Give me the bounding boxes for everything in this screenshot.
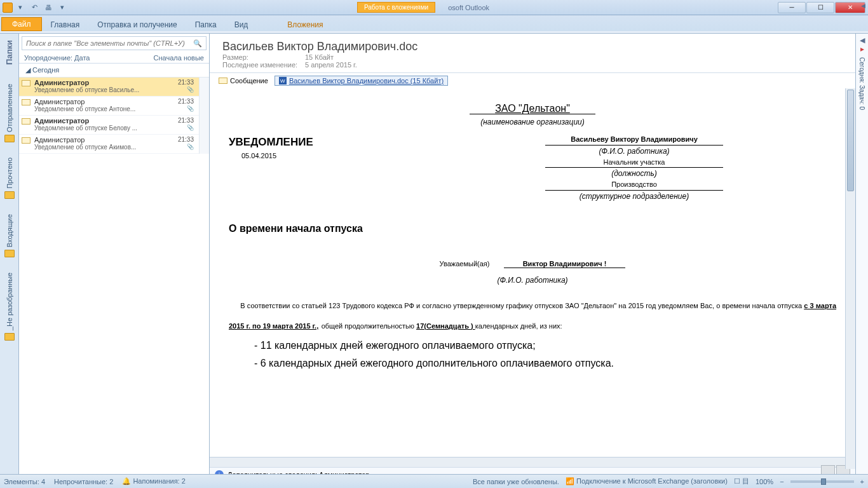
msg-time: 21:33 bbox=[178, 79, 194, 86]
attachment-context-tab: Работа с вложениями bbox=[357, 2, 435, 13]
doc-subject: О времени начала отпуска bbox=[229, 221, 836, 236]
folder-icon bbox=[4, 333, 15, 341]
zoom-value: 100% bbox=[756, 478, 773, 485]
folder-unsorted[interactable]: _Не разобранные bbox=[6, 273, 13, 330]
msg-subject: Уведомление об отпуске Василье... bbox=[34, 86, 161, 93]
outlook-icon bbox=[3, 3, 13, 13]
body-paragraph: В соответствии со статьей 123 Трудового … bbox=[229, 295, 836, 336]
envelope-icon bbox=[22, 118, 31, 125]
tab-send-receive[interactable]: Отправка и получение bbox=[88, 18, 186, 31]
tab-folder[interactable]: Папка bbox=[186, 18, 226, 31]
document-preview: ЗАО "Дельтаон" (наименование организации… bbox=[210, 88, 855, 457]
message-item[interactable]: АдминистраторУведомление об отпуске Васи… bbox=[19, 78, 199, 97]
msg-subject: Уведомление об отпуске Акимов... bbox=[34, 144, 161, 151]
folder-inbox[interactable]: Входящие bbox=[6, 214, 13, 247]
maximize-button[interactable]: ☐ bbox=[806, 2, 834, 13]
sort-order-label[interactable]: Сначала новые bbox=[154, 54, 204, 62]
recipient-dept: Производство bbox=[545, 179, 723, 191]
msg-from: Администратор bbox=[34, 117, 178, 125]
tab-view[interactable]: Вид bbox=[226, 18, 257, 31]
message-item[interactable]: АдминистраторУведомление об отпуске Бело… bbox=[19, 116, 199, 135]
msg-from: Администратор bbox=[34, 136, 178, 144]
search-icon[interactable]: 🔍 bbox=[193, 39, 202, 48]
message-button[interactable]: Сообщение bbox=[215, 76, 272, 85]
status-elements: Элементы: 4 bbox=[4, 478, 45, 485]
position-caption: (должность) bbox=[432, 168, 836, 179]
attachment-icon: 📎 bbox=[187, 125, 194, 131]
zoom-out-button[interactable]: − bbox=[780, 478, 783, 485]
recipient-position: Начальник участка bbox=[545, 157, 723, 168]
folder-sent[interactable]: Отправленные bbox=[6, 84, 13, 132]
greeting-caption: (Ф.И.О. работника) bbox=[229, 274, 836, 286]
horizontal-scrollbar[interactable] bbox=[210, 457, 855, 467]
envelope-icon bbox=[22, 137, 31, 144]
list-item-1: - 11 календарных дней ежегодного оплачив… bbox=[254, 338, 836, 353]
titlebar: ▾ ↶ 🖶 ▾ Работа с вложениями osoft Outloo… bbox=[0, 0, 868, 15]
msg-time: 21:33 bbox=[178, 98, 194, 105]
flag-icon: ▸ bbox=[860, 44, 864, 53]
status-folders: Все папки уже обновлены. bbox=[473, 478, 559, 485]
qat-undo-icon[interactable]: ↶ bbox=[28, 2, 41, 13]
zoom-in-button[interactable]: + bbox=[860, 478, 864, 485]
qat-print-icon[interactable]: 🖶 bbox=[42, 2, 55, 13]
attachment-title: Васильев Виктор Владимирович.doc bbox=[222, 40, 843, 53]
greeting-name: Виктор Владимирович ! bbox=[504, 260, 626, 268]
attachment-pill[interactable]: WВасильев Виктор Владимирович.doc (15 Кб… bbox=[275, 76, 448, 86]
msg-time: 21:33 bbox=[178, 136, 194, 143]
folder-pane-collapsed[interactable]: Папки Отправленные Прочтено Входящие _Не… bbox=[0, 34, 19, 482]
message-list-pane: ◀ 🔍 Упорядочение: Дата Сначала новые ◢ С… bbox=[19, 34, 210, 482]
ribbon-tabs: Файл Главная Отправка и получение Папка … bbox=[0, 15, 868, 31]
folder-icon bbox=[4, 250, 15, 257]
status-reminders[interactable]: 🔔 Напоминания: 2 bbox=[122, 477, 186, 485]
group-today[interactable]: ◢ Сегодня bbox=[19, 64, 209, 78]
collapse-arrow-icon[interactable]: ◀ bbox=[860, 36, 865, 44]
msg-from: Администратор bbox=[34, 79, 178, 86]
folder-read[interactable]: Прочтено bbox=[6, 158, 13, 189]
qat-save-icon[interactable]: ▾ bbox=[14, 2, 27, 13]
size-label: Размер: bbox=[222, 53, 305, 61]
zoom-slider[interactable] bbox=[790, 480, 854, 483]
recipient-caption: (Ф.И.О. работника) bbox=[432, 146, 836, 157]
message-item[interactable]: АдминистраторУведомление об отпуске Анто… bbox=[19, 97, 199, 116]
msg-from: Администратор bbox=[34, 98, 178, 105]
message-item[interactable]: АдминистраторУведомление об отпуске Аким… bbox=[19, 135, 199, 154]
window-title: osoft Outlook bbox=[448, 4, 489, 11]
flag-column bbox=[199, 78, 209, 154]
modified-label: Последнее изменение: bbox=[222, 61, 305, 69]
status-connection: 📶 Подключение к Microsoft Exchange (заго… bbox=[566, 477, 728, 485]
notice-date: 05.04.2015 bbox=[241, 151, 432, 161]
vertical-scrollbar[interactable] bbox=[845, 88, 855, 469]
reading-pane: Васильев Виктор Владимирович.doc Размер:… bbox=[210, 34, 855, 482]
minimize-button[interactable]: ─ bbox=[778, 2, 806, 13]
search-input[interactable] bbox=[26, 39, 193, 47]
qat-more-icon[interactable]: ▾ bbox=[56, 2, 69, 13]
folder-icon bbox=[4, 135, 15, 142]
folder-icon bbox=[4, 191, 15, 199]
tab-attachments[interactable]: Вложения bbox=[278, 18, 332, 31]
todo-bar-collapsed[interactable]: ◀ ▸ Сегодня: Задач: 0 bbox=[855, 34, 868, 482]
recipient-name: Васильеву Виктору Владимировичу bbox=[545, 134, 723, 146]
envelope-icon bbox=[219, 78, 227, 84]
msg-subject: Уведомление об отпуске Белову ... bbox=[34, 125, 161, 132]
status-bar: Элементы: 4 Непрочитанные: 2 🔔 Напоминан… bbox=[0, 474, 868, 488]
search-box[interactable]: 🔍 bbox=[22, 36, 207, 50]
envelope-icon bbox=[22, 99, 31, 105]
attachment-icon: 📎 bbox=[187, 144, 194, 150]
folder-pane-header: Папки bbox=[3, 36, 15, 69]
expand-arrow-icon[interactable]: ◀ bbox=[861, 3, 865, 9]
sort-by-label[interactable]: Упорядочение: Дата bbox=[24, 54, 154, 62]
org-name: ЗАО "Дельтаон" bbox=[470, 103, 595, 114]
file-tab[interactable]: Файл bbox=[1, 17, 42, 31]
view-toggle[interactable]: ☐ 目 bbox=[734, 477, 749, 486]
notice-heading: УВЕДОМЛЕНИЕ bbox=[229, 134, 432, 151]
msg-subject: Уведомление об отпуске Антоне... bbox=[34, 105, 161, 112]
attachment-link[interactable]: Васильев Виктор Владимирович.doc (15 Кба… bbox=[289, 77, 444, 85]
word-icon: W bbox=[279, 77, 287, 85]
dept-caption: (структурное подразделение) bbox=[432, 191, 836, 202]
tab-home[interactable]: Главная bbox=[42, 18, 89, 31]
modified-value: 5 апреля 2015 г. bbox=[305, 61, 357, 69]
attachment-icon: 📎 bbox=[187, 86, 194, 93]
msg-time: 21:33 bbox=[178, 117, 194, 124]
org-caption: (наименование организации) bbox=[229, 116, 836, 128]
attachment-icon: 📎 bbox=[187, 105, 194, 112]
